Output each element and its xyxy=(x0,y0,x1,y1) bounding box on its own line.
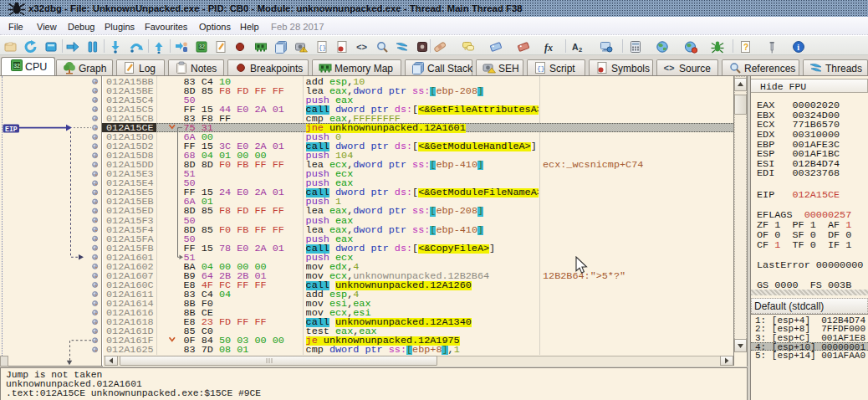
svg-text:{}: {} xyxy=(319,44,326,51)
svg-text:32: 32 xyxy=(199,44,206,49)
svg-text:i: i xyxy=(797,43,799,52)
svg-text:{}: {} xyxy=(537,64,545,72)
svg-text:!: ! xyxy=(303,48,304,53)
svg-text:<>: <> xyxy=(664,64,676,74)
svg-text:fx: fx xyxy=(544,42,553,54)
svg-text:32: 32 xyxy=(13,63,20,69)
svg-text:EIP: EIP xyxy=(5,126,18,133)
svg-text:A: A xyxy=(572,42,579,52)
svg-text:2: 2 xyxy=(579,46,582,54)
svg-text:<>: <> xyxy=(356,43,368,53)
svg-text:?: ? xyxy=(743,43,748,52)
